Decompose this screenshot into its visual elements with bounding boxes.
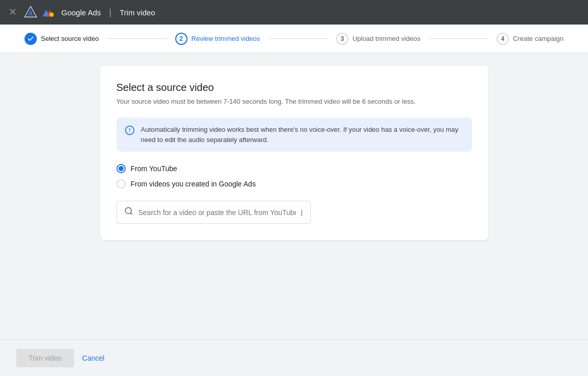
- search-input[interactable]: [138, 208, 296, 217]
- google-ads-logo-icon: [41, 5, 55, 19]
- step-2: 2 Review trimmed videos: [167, 33, 268, 45]
- radio-option-youtube[interactable]: From YouTube: [116, 164, 472, 173]
- step-1-label: Select source video: [41, 35, 99, 42]
- step-3: 3 Upload trimmed videos: [328, 33, 429, 45]
- radio-group[interactable]: From YouTube From videos you created in …: [116, 164, 472, 189]
- info-banner: Automatically trimming video works best …: [116, 118, 472, 152]
- svg-text:A: A: [29, 10, 33, 16]
- svg-line-13: [130, 213, 132, 214]
- content-card: Select a source video Your source video …: [100, 65, 488, 240]
- cursor-icon: |: [301, 208, 302, 216]
- search-icon: [124, 206, 133, 218]
- trim-video-button[interactable]: Trim video: [16, 349, 74, 367]
- radio-option-google-ads[interactable]: From videos you created in Google Ads: [116, 179, 472, 189]
- info-icon: [125, 125, 135, 138]
- step-4-label: Create campaign: [513, 35, 563, 42]
- search-box[interactable]: |: [116, 201, 311, 224]
- step-1: Select source video: [16, 33, 107, 45]
- info-text: Automatically trimming video works best …: [141, 125, 464, 145]
- radio-youtube-inner: [119, 166, 124, 171]
- step-4: 4 Create campaign: [488, 33, 572, 45]
- connector-1-2: [107, 38, 167, 39]
- radio-youtube-indicator: [116, 164, 126, 173]
- radio-google-ads-indicator: [116, 179, 126, 189]
- footer: Trim video Cancel: [0, 339, 588, 376]
- step-3-circle: 3: [336, 33, 348, 45]
- svg-rect-5: [41, 5, 55, 19]
- main-content: Select a source video Your source video …: [0, 53, 588, 339]
- step-3-label: Upload trimmed videos: [352, 35, 420, 42]
- radio-google-ads-label: From videos you created in Google Ads: [131, 180, 256, 188]
- topbar-divider: |: [109, 7, 112, 18]
- topbar-title: Trim video: [120, 8, 155, 17]
- cancel-button[interactable]: Cancel: [82, 354, 105, 362]
- step-1-circle: [25, 33, 37, 45]
- stepper: Select source video 2 Review trimmed vid…: [0, 25, 588, 53]
- card-title: Select a source video: [116, 82, 472, 93]
- connector-3-4: [429, 38, 488, 39]
- step-2-circle: 2: [175, 33, 187, 45]
- connector-2-3: [268, 38, 328, 39]
- step-4-circle: 4: [497, 33, 509, 45]
- radio-youtube-label: From YouTube: [131, 165, 177, 173]
- close-button[interactable]: [8, 7, 17, 18]
- google-ads-icon: A: [23, 5, 38, 19]
- topbar-brand: Google Ads: [61, 8, 101, 17]
- step-2-label: Review trimmed videos: [192, 35, 260, 42]
- google-ads-logo: A: [23, 5, 55, 19]
- card-subtitle: Your source video must be between 7-140 …: [116, 98, 472, 105]
- svg-point-8: [50, 13, 54, 17]
- topbar: A Google Ads | Trim video: [0, 0, 588, 25]
